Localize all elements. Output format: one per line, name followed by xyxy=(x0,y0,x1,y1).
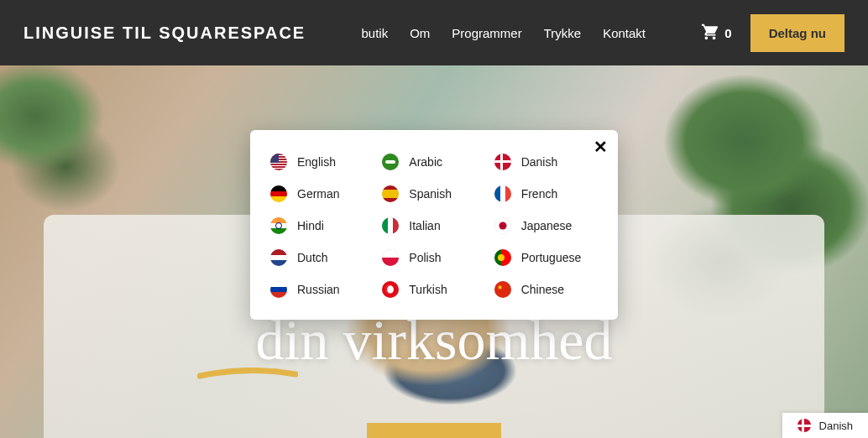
lang-arabic[interactable]: Arabic xyxy=(382,154,485,170)
lang-label: English xyxy=(297,155,336,169)
lang-portuguese[interactable]: Portuguese xyxy=(494,249,598,266)
flag-jp-icon xyxy=(494,217,511,234)
join-button[interactable]: Deltag nu xyxy=(750,14,844,52)
cart-count: 0 xyxy=(724,26,731,40)
lang-french[interactable]: French xyxy=(494,185,598,202)
nav-programs[interactable]: Programmer xyxy=(452,26,521,40)
lang-label: Dutch xyxy=(297,251,328,264)
flag-de-icon xyxy=(270,185,287,202)
lang-label: Italian xyxy=(409,219,440,232)
flag-us-icon xyxy=(270,154,287,170)
lang-german[interactable]: German xyxy=(270,185,374,202)
flag-tr-icon xyxy=(382,281,399,298)
nav-about[interactable]: Om xyxy=(410,26,430,40)
plant-decor-left xyxy=(0,65,126,233)
flag-nl-icon xyxy=(270,249,287,266)
flag-sa-icon xyxy=(382,154,399,170)
flag-es-icon xyxy=(382,185,399,202)
underline-swoosh-icon xyxy=(197,368,298,381)
flag-fr-icon xyxy=(494,185,511,202)
nav-contact[interactable]: Kontakt xyxy=(603,26,646,40)
lang-label: Danish xyxy=(521,155,558,169)
nav-press[interactable]: Trykke xyxy=(544,26,581,40)
flag-dk-icon xyxy=(797,419,811,432)
lang-label: Turkish xyxy=(409,283,447,296)
lang-label: Hindi xyxy=(297,219,324,232)
lang-hindi[interactable]: Hindi xyxy=(270,217,374,234)
nav-shop[interactable]: butik xyxy=(361,26,388,40)
flag-cn-icon xyxy=(494,281,511,298)
close-icon[interactable]: ✕ xyxy=(593,137,608,157)
flag-pt-icon xyxy=(494,249,511,266)
hero-cta-peek[interactable] xyxy=(367,423,501,438)
brand-title: LINGUISE TIL SQUARESPACE xyxy=(24,23,306,43)
flag-in-icon xyxy=(270,217,287,234)
current-language-label: Danish xyxy=(819,420,853,432)
cart-icon xyxy=(701,23,719,44)
lang-italian[interactable]: Italian xyxy=(382,217,485,234)
lang-label: French xyxy=(521,187,558,201)
main-nav: butik Om Programmer Trykke Kontakt xyxy=(361,26,646,40)
site-header: LINGUISE TIL SQUARESPACE butik Om Progra… xyxy=(0,0,868,65)
lang-label: Spanish xyxy=(409,187,452,201)
lang-japanese[interactable]: Japanese xyxy=(494,217,598,234)
lang-label: Japanese xyxy=(521,219,573,232)
language-switcher[interactable]: Danish xyxy=(782,413,868,438)
lang-label: Chinese xyxy=(521,283,564,296)
flag-it-icon xyxy=(382,217,399,234)
lang-english[interactable]: English xyxy=(270,154,374,170)
cart-button[interactable]: 0 xyxy=(701,23,731,44)
language-modal: ✕ English Arabic Danish German Spanish F… xyxy=(250,130,618,320)
lang-chinese[interactable]: Chinese xyxy=(494,281,598,298)
lang-danish[interactable]: Danish xyxy=(494,154,598,170)
flag-pl-icon xyxy=(382,249,399,266)
language-grid: English Arabic Danish German Spanish Fre… xyxy=(270,154,598,298)
lang-polish[interactable]: Polish xyxy=(382,249,485,266)
lang-dutch[interactable]: Dutch xyxy=(270,249,374,266)
lang-turkish[interactable]: Turkish xyxy=(382,281,485,298)
lang-label: Arabic xyxy=(409,155,442,169)
flag-dk-icon xyxy=(494,154,511,170)
header-right: 0 Deltag nu xyxy=(701,14,844,52)
lang-spanish[interactable]: Spanish xyxy=(382,185,485,202)
lang-label: Russian xyxy=(297,283,340,296)
flag-ru-icon xyxy=(270,281,287,298)
lang-label: Portuguese xyxy=(521,251,582,264)
lang-label: Polish xyxy=(409,251,441,264)
lang-label: German xyxy=(297,187,340,201)
lang-russian[interactable]: Russian xyxy=(270,281,374,298)
